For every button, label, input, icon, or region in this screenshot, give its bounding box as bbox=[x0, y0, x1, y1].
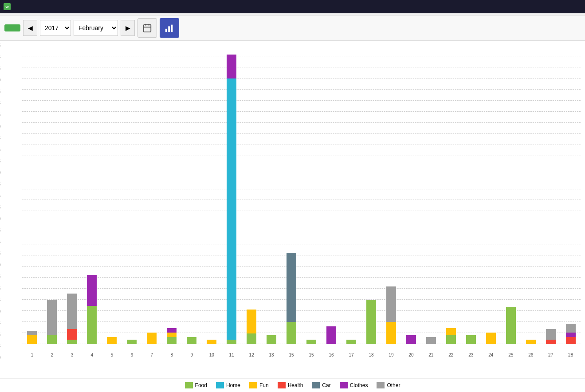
x-label: 22 bbox=[441, 353, 461, 357]
x-label: 26 bbox=[521, 353, 541, 357]
y-label: 275 bbox=[0, 101, 0, 106]
x-label: 12 bbox=[242, 353, 262, 357]
bar-segment-food bbox=[346, 340, 356, 344]
y-label: 100 bbox=[0, 263, 0, 267]
calendar-icon bbox=[142, 23, 152, 33]
chart-canvas: 012.52537.55062.57587.5100112.5125137.51… bbox=[22, 45, 581, 357]
x-label: 28 bbox=[561, 353, 581, 357]
bar-segment-other bbox=[386, 286, 396, 322]
bar-segment-food bbox=[267, 335, 276, 344]
bar-segment-other bbox=[566, 324, 576, 333]
bar-segment-home bbox=[227, 78, 236, 340]
bar-group bbox=[361, 45, 381, 344]
next-button[interactable]: ▶ bbox=[121, 20, 135, 36]
bar-group bbox=[441, 45, 461, 344]
y-label: 225 bbox=[0, 147, 0, 152]
bar-segment-fun bbox=[486, 333, 496, 344]
y-label: 25 bbox=[0, 332, 0, 337]
bar-segment-fun bbox=[107, 337, 117, 344]
bar-segment-food bbox=[466, 335, 476, 344]
bar-group bbox=[561, 45, 581, 344]
bar-group bbox=[102, 45, 122, 344]
bar-group bbox=[541, 45, 561, 344]
bar-segment-fun bbox=[247, 310, 256, 333]
x-label: 2 bbox=[42, 353, 62, 357]
close-button[interactable] bbox=[569, 1, 581, 12]
x-label: 1 bbox=[22, 353, 42, 357]
bar-group bbox=[342, 45, 361, 344]
y-label: 325 bbox=[0, 55, 0, 59]
x-label: 18 bbox=[361, 353, 381, 357]
x-label: 23 bbox=[461, 353, 481, 357]
bar-group bbox=[62, 45, 82, 344]
y-label: 337.5 bbox=[0, 43, 0, 48]
year-select[interactable]: 20152016201720182019 bbox=[40, 20, 71, 36]
bar-segment-food bbox=[127, 340, 137, 344]
y-label: 62.5 bbox=[0, 297, 0, 302]
save-button[interactable] bbox=[4, 24, 20, 31]
x-label: 17 bbox=[342, 353, 361, 357]
bar-segment-health bbox=[566, 337, 576, 344]
bar-group bbox=[461, 45, 481, 344]
bar-group bbox=[262, 45, 282, 344]
y-label: 200 bbox=[0, 170, 0, 175]
bar-group bbox=[501, 45, 521, 344]
bar-segment-food bbox=[446, 335, 456, 344]
bar-segment-clothes bbox=[167, 328, 177, 333]
chart-icon bbox=[165, 23, 174, 33]
bar-segment-food bbox=[87, 306, 97, 344]
bar-group bbox=[401, 45, 421, 344]
x-label: 15 bbox=[302, 353, 322, 357]
bar-segment-food bbox=[227, 340, 236, 344]
bar-group bbox=[222, 45, 242, 344]
bar-group bbox=[82, 45, 102, 344]
y-label: 300 bbox=[0, 78, 0, 82]
bar-group bbox=[162, 45, 182, 344]
bar-segment-fun bbox=[167, 333, 177, 337]
x-label: 10 bbox=[202, 353, 222, 357]
bar-segment-clothes bbox=[406, 335, 416, 344]
x-labels: 1234567891011121315151617181920212223242… bbox=[22, 353, 581, 357]
bar-group bbox=[202, 45, 222, 344]
x-label: 24 bbox=[481, 353, 501, 357]
x-label: 25 bbox=[501, 353, 521, 357]
bar-segment-fun bbox=[446, 328, 456, 335]
toolbar: ◀ 20152016201720182019 JanuaryFebruaryMa… bbox=[0, 16, 585, 41]
maximize-button[interactable] bbox=[556, 1, 568, 12]
x-label: 3 bbox=[62, 353, 82, 357]
svg-rect-6 bbox=[171, 25, 173, 32]
svg-rect-4 bbox=[165, 29, 167, 32]
y-label: 37.5 bbox=[0, 320, 0, 325]
month-select[interactable]: JanuaryFebruaryMarchAprilMayJuneJulyAugu… bbox=[74, 20, 118, 36]
bar-group bbox=[122, 45, 142, 344]
x-label: 5 bbox=[102, 353, 122, 357]
y-label: 150 bbox=[0, 216, 0, 221]
bar-segment-food bbox=[506, 307, 516, 344]
bar-group bbox=[42, 45, 62, 344]
y-label: 212.5 bbox=[0, 158, 0, 163]
bar-group bbox=[142, 45, 162, 344]
y-label: 137.5 bbox=[0, 228, 0, 233]
x-label: 6 bbox=[122, 353, 142, 357]
x-label: 11 bbox=[222, 353, 242, 357]
y-label: 75 bbox=[0, 286, 0, 290]
calendar-button[interactable] bbox=[137, 18, 157, 38]
prev-button[interactable]: ◀ bbox=[23, 20, 37, 36]
bar-segment-food bbox=[167, 337, 177, 344]
bar-segment-fun bbox=[147, 333, 157, 344]
bar-group bbox=[481, 45, 501, 344]
y-label: 187.5 bbox=[0, 181, 0, 186]
bar-group bbox=[182, 45, 202, 344]
bar-segment-other bbox=[546, 329, 556, 340]
y-label: 112.5 bbox=[0, 251, 0, 256]
minimize-button[interactable] bbox=[542, 1, 555, 12]
bar-group bbox=[521, 45, 541, 344]
y-label: 262.5 bbox=[0, 112, 0, 117]
x-label: 9 bbox=[182, 353, 202, 357]
bar-segment-food bbox=[366, 300, 376, 344]
bar-group bbox=[22, 45, 42, 344]
bars-container bbox=[22, 45, 581, 344]
svg-rect-0 bbox=[144, 25, 151, 32]
x-label: 8 bbox=[162, 353, 182, 357]
chart-button[interactable] bbox=[160, 18, 179, 38]
